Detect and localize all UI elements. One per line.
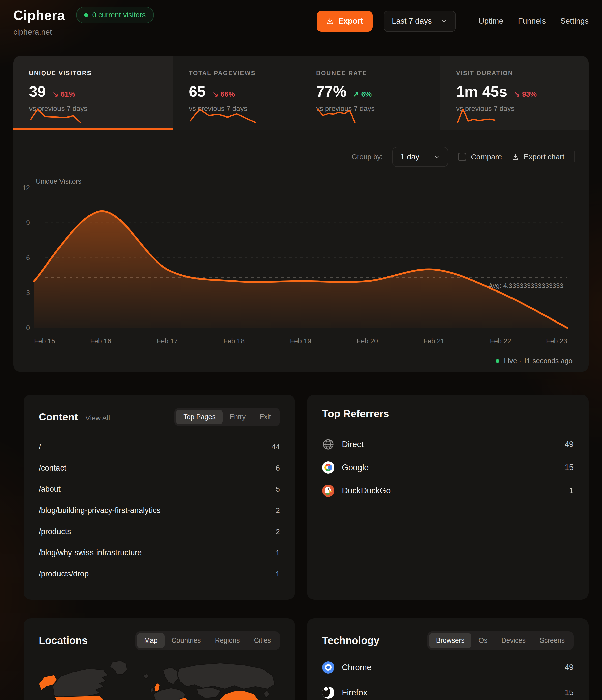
nav-settings[interactable]: Settings <box>560 17 588 26</box>
svg-text:Feb 16: Feb 16 <box>90 338 111 345</box>
top-pages-list: /44 /contact6 /about5 /blog/building-pri… <box>39 436 280 584</box>
stat-value: 39 <box>29 83 46 100</box>
unique-visitors-sparkline <box>29 108 82 124</box>
stat-change: ↘ 93% <box>514 90 537 98</box>
stat-card-bounce-rate[interactable]: BOUNCE RATE 77% ↗ 6% vs previous 7 days <box>300 56 440 130</box>
compare-label: Compare <box>471 153 502 161</box>
group-by-label: Group by: <box>352 153 383 161</box>
trend-down-icon: ↘ <box>514 90 520 98</box>
export-chart-button[interactable]: Export chart <box>511 153 565 161</box>
tab-entry[interactable]: Entry <box>223 409 253 424</box>
stat-value: 65 <box>189 83 206 100</box>
browser-row[interactable]: Chrome 49 <box>322 661 574 674</box>
compare-toggle[interactable]: Compare <box>458 153 502 161</box>
header: Ciphera 0 current visitors ciphera.net E… <box>14 6 588 36</box>
svg-text:Feb 17: Feb 17 <box>157 338 178 345</box>
controls-divider <box>574 151 575 162</box>
analytics-panel: UNIQUE VISITORS 39 ↘ 61% vs previous 7 d… <box>14 56 588 372</box>
header-divider <box>467 15 468 28</box>
page-row[interactable]: /44 <box>39 436 280 457</box>
live-dot-icon <box>496 359 499 363</box>
referrers-card: Top Referrers Direct 49 Google 15 DuckDu… <box>307 395 588 600</box>
stat-value: 1m 45s <box>456 83 507 100</box>
browser-row[interactable]: Firefox 15 <box>322 686 574 699</box>
pageviews-sparkline <box>189 108 257 124</box>
nav-funnels[interactable]: Funnels <box>518 17 546 26</box>
stat-label: UNIQUE VISITORS <box>29 70 162 77</box>
export-chart-label: Export chart <box>524 153 565 161</box>
page-row[interactable]: /products/drop1 <box>39 563 280 584</box>
tab-regions[interactable]: Regions <box>208 633 247 648</box>
svg-text:9: 9 <box>26 219 30 227</box>
nav-uptime[interactable]: Uptime <box>478 17 503 26</box>
chevron-down-icon <box>434 154 440 160</box>
duckduckgo-icon <box>322 485 334 497</box>
svg-text:Feb 20: Feb 20 <box>357 338 378 345</box>
stats-row: UNIQUE VISITORS 39 ↘ 61% vs previous 7 d… <box>14 56 588 130</box>
group-by-value: 1 day <box>400 152 420 161</box>
trend-up-icon: ↗ <box>353 90 359 98</box>
globe-icon <box>322 438 334 450</box>
live-dot-icon <box>84 13 88 17</box>
visit-duration-sparkline <box>456 108 496 124</box>
stat-value: 77% <box>316 83 346 100</box>
page-row[interactable]: /contact6 <box>39 457 280 479</box>
header-left: Ciphera 0 current visitors ciphera.net <box>14 6 154 36</box>
date-range-dropdown[interactable]: Last 7 days <box>384 10 456 32</box>
svg-text:Feb 23: Feb 23 <box>546 338 567 345</box>
page-row[interactable]: /about5 <box>39 479 280 500</box>
svg-text:Avg: 4.333333333333333: Avg: 4.333333333333333 <box>488 282 563 290</box>
svg-text:Feb 22: Feb 22 <box>490 338 511 345</box>
stat-change: ↘ 66% <box>212 90 235 98</box>
referrer-row[interactable]: Google 15 <box>322 456 574 479</box>
svg-text:12: 12 <box>22 184 30 192</box>
main-nav: Uptime Funnels Settings <box>478 17 588 26</box>
stat-card-total-pageviews[interactable]: TOTAL PAGEVIEWS 65 ↘ 66% vs previous 7 d… <box>173 56 300 130</box>
stat-card-visit-duration[interactable]: VISIT DURATION 1m 45s ↘ 93% vs previous … <box>440 56 588 130</box>
tab-countries[interactable]: Countries <box>165 633 208 648</box>
group-by-dropdown[interactable]: 1 day <box>392 147 448 167</box>
browsers-list: Chrome 49 Firefox 15 <box>322 661 574 700</box>
bounce-rate-sparkline <box>316 108 356 124</box>
tab-exit[interactable]: Exit <box>253 409 278 424</box>
header-controls: Export Last 7 days Uptime Funnels Settin… <box>317 10 588 32</box>
locations-tabs: Map Countries Regions Cities <box>135 631 280 650</box>
tab-os[interactable]: Os <box>471 633 494 648</box>
unique-visitors-chart[interactable]: 036912Feb 15Feb 16Feb 17Feb 18Feb 19Feb … <box>19 174 574 348</box>
compare-checkbox[interactable] <box>458 153 467 161</box>
chrome-icon <box>322 661 334 674</box>
current-visitors-label: 0 current visitors <box>92 11 146 19</box>
stat-label: TOTAL PAGEVIEWS <box>189 70 290 77</box>
svg-text:0: 0 <box>26 324 30 332</box>
referrers-list: Direct 49 Google 15 DuckDuckGo 1 <box>322 433 574 502</box>
export-button[interactable]: Export <box>317 11 373 31</box>
svg-text:Feb 21: Feb 21 <box>423 338 445 345</box>
content-tabs: Top Pages Entry Exit <box>174 408 280 426</box>
tab-browsers[interactable]: Browsers <box>429 633 472 648</box>
referrer-row[interactable]: Direct 49 <box>322 433 574 456</box>
technology-title: Technology <box>322 635 379 647</box>
tab-map[interactable]: Map <box>137 633 165 648</box>
tab-screens[interactable]: Screens <box>533 633 572 648</box>
svg-text:3: 3 <box>26 289 30 297</box>
referrers-title: Top Referrers <box>322 408 389 420</box>
current-visitors-badge: 0 current visitors <box>76 6 154 23</box>
page-row[interactable]: /blog/building-privacy-first-analytics2 <box>39 500 280 521</box>
tab-top-pages[interactable]: Top Pages <box>176 409 223 424</box>
firefox-icon <box>322 686 334 699</box>
world-map[interactable] <box>33 658 280 700</box>
app-title: Ciphera <box>14 7 65 23</box>
page-row[interactable]: /products2 <box>39 521 280 542</box>
tab-devices[interactable]: Devices <box>494 633 533 648</box>
export-button-label: Export <box>338 17 363 26</box>
site-domain: ciphera.net <box>14 27 154 36</box>
page-row[interactable]: /blog/why-swiss-infrastructure1 <box>39 542 280 563</box>
referrer-row[interactable]: DuckDuckGo 1 <box>322 479 574 502</box>
download-icon <box>326 18 334 25</box>
stat-card-unique-visitors[interactable]: UNIQUE VISITORS 39 ↘ 61% vs previous 7 d… <box>14 56 173 130</box>
tab-cities[interactable]: Cities <box>247 633 278 648</box>
locations-card: Locations Map Countries Regions Cities <box>24 618 295 700</box>
content-card: Content View All Top Pages Entry Exit /4… <box>24 395 295 600</box>
svg-text:Feb 15: Feb 15 <box>34 338 55 345</box>
view-all-link[interactable]: View All <box>85 414 110 422</box>
